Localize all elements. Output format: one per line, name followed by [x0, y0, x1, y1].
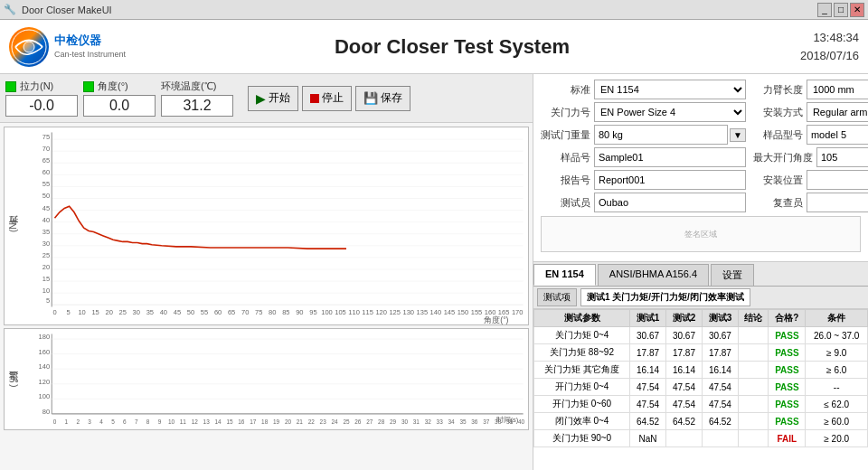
- data-cell: 16.14: [630, 362, 666, 379]
- conclusion-cell: [738, 344, 769, 362]
- svg-text:100: 100: [39, 392, 51, 400]
- title-bar: 🔧 Door Closer MakeUI _ □ ✕: [0, 0, 868, 20]
- yangpinxing-label: 样品型号: [753, 128, 803, 142]
- anzhuang-select[interactable]: Regular arm mounted: [807, 102, 868, 122]
- results-table-wrap[interactable]: 测试参数 测试1 测试2 测试3 结论 合格? 条件 关门力矩 0~430.67…: [533, 309, 868, 470]
- controls-row: 拉力(N) -0.0 角度(°) 0.0 环境温度(℃) 31.2 ▶: [0, 74, 533, 123]
- baogaohao-input[interactable]: [594, 170, 746, 190]
- yangpinhao-input[interactable]: [594, 147, 746, 167]
- libi-row: 力臂长度 1000 mm: [753, 80, 868, 99]
- data-cell: NaN: [630, 430, 666, 447]
- conclusion-cell: [738, 362, 769, 379]
- data-cell: 关门力矩 0~4: [534, 327, 630, 344]
- svg-text:85: 85: [282, 308, 289, 316]
- table-row: 开门力矩 0~6047.5447.5447.54PASS≤ 62.0: [534, 396, 868, 413]
- app-title: Door Closer Test System: [154, 35, 750, 59]
- maximize-button[interactable]: □: [834, 3, 848, 17]
- svg-text:15: 15: [91, 308, 99, 316]
- fuyuan-input[interactable]: [807, 193, 868, 212]
- svg-text:3: 3: [88, 418, 91, 425]
- time-display: 13:48:34: [750, 29, 859, 47]
- force-angle-chart: 拉力(N) 75 70 65 60 55 50 45: [4, 127, 529, 325]
- data-cell: 16.14: [666, 362, 703, 379]
- tab-en1154[interactable]: EN 1154: [533, 264, 596, 286]
- svg-text:11: 11: [180, 418, 187, 425]
- zuidakaimen-input[interactable]: [816, 147, 868, 167]
- zhongliang-input[interactable]: [594, 125, 728, 145]
- start-button[interactable]: ▶ 开始: [248, 86, 298, 111]
- table-row: 关门力矩 其它角度16.1416.1416.14PASS≥ 6.0: [534, 362, 868, 379]
- svg-text:9: 9: [158, 418, 162, 425]
- svg-text:110: 110: [348, 308, 360, 316]
- svg-text:115: 115: [362, 308, 373, 316]
- close-button[interactable]: ✕: [850, 3, 864, 17]
- data-cell: 47.54: [702, 396, 738, 413]
- yangpinhao-row: 样品号: [541, 147, 746, 167]
- tab-settings[interactable]: 设置: [711, 264, 754, 286]
- col-conclusion: 结论: [738, 310, 769, 327]
- svg-text:13: 13: [203, 418, 211, 425]
- svg-text:145: 145: [444, 308, 456, 316]
- svg-text:20: 20: [42, 263, 50, 271]
- anzhuangweizhi-label: 安装位置: [753, 174, 803, 187]
- data-cell: 47.54: [630, 379, 666, 396]
- col-pass: 合格?: [769, 310, 806, 327]
- save-button[interactable]: 💾 保存: [355, 86, 410, 111]
- svg-text:155: 155: [471, 308, 483, 316]
- svg-text:10: 10: [168, 418, 175, 425]
- svg-text:150: 150: [458, 308, 469, 316]
- svg-text:15: 15: [226, 418, 233, 425]
- data-cell: 17.87: [666, 344, 703, 362]
- svg-text:95: 95: [309, 308, 316, 316]
- title-bar-icon: 🔧: [4, 4, 16, 15]
- anzhuang-row: 安装方式 Regular arm mounted: [753, 102, 868, 122]
- svg-text:35: 35: [146, 308, 154, 316]
- svg-text:16: 16: [238, 418, 245, 425]
- svg-text:30: 30: [133, 308, 140, 316]
- svg-text:8: 8: [146, 418, 150, 425]
- sub-tab-test-items[interactable]: 测试项: [537, 288, 577, 306]
- svg-text:80: 80: [42, 408, 50, 416]
- svg-text:14: 14: [214, 418, 222, 425]
- minimize-button[interactable]: _: [817, 3, 832, 17]
- sub-tab-test1[interactable]: 测试1 关门力矩/开门力矩/闭门效率测试: [580, 288, 750, 306]
- data-cell: 17.87: [702, 344, 738, 362]
- fuyuan-row: 复查员: [753, 193, 868, 212]
- svg-text:36: 36: [471, 418, 478, 425]
- chart-bottom-inner: 180 160 140 120 100 80 0 1: [23, 329, 528, 429]
- force-indicator: [5, 81, 16, 92]
- data-cell: 47.54: [702, 379, 738, 396]
- data-cell: 关门力矩 其它角度: [534, 362, 630, 379]
- yangpinxing-input[interactable]: [807, 125, 868, 145]
- svg-text:130: 130: [403, 308, 415, 316]
- col-param: 测试参数: [534, 310, 630, 327]
- anzhuangweizhi-input[interactable]: [807, 170, 868, 190]
- svg-text:29: 29: [390, 418, 397, 425]
- data-cell: --: [806, 379, 868, 396]
- tab-ansi[interactable]: ANSI/BHMA A156.4: [598, 264, 709, 286]
- zhongliang-row: 测试门重量 ▼: [541, 125, 746, 145]
- logo-cn: 中检仪器: [54, 33, 126, 49]
- biaozhun-select[interactable]: EN 1154: [594, 80, 746, 99]
- stop-button[interactable]: 停止: [302, 86, 352, 111]
- guanmen-label: 关门力号: [541, 106, 590, 119]
- svg-text:125: 125: [389, 308, 401, 316]
- logo-text: 中检仪器 Can-test Instrument: [54, 33, 126, 61]
- ceshiren-label: 测试员: [541, 196, 590, 210]
- libi-select[interactable]: 1000 mm: [807, 80, 868, 99]
- ceshiren-input[interactable]: [594, 193, 746, 212]
- angle-indicator: [83, 81, 94, 92]
- guanmen-select[interactable]: EN Power Size 4: [594, 102, 746, 122]
- chart-top-inner: 75 70 65 60 55 50 45 40 35 30 25 20 15 1…: [23, 127, 528, 324]
- data-cell: 开门力矩 0~4: [534, 379, 630, 396]
- tabs-section: EN 1154 ANSI/BHMA A156.4 设置 测试项 测试1 关门力矩…: [533, 262, 868, 470]
- angle-label: 角度(°): [98, 80, 128, 93]
- svg-text:23: 23: [320, 418, 327, 425]
- zuidakaimen-row: 最大开门角度: [753, 147, 868, 167]
- window-controls[interactable]: _ □ ✕: [817, 3, 864, 17]
- zhongliang-dropdown[interactable]: ▼: [730, 128, 746, 142]
- svg-text:120: 120: [375, 308, 387, 316]
- svg-text:100: 100: [321, 308, 333, 316]
- data-cell: 47.54: [666, 396, 703, 413]
- svg-text:4: 4: [99, 418, 103, 425]
